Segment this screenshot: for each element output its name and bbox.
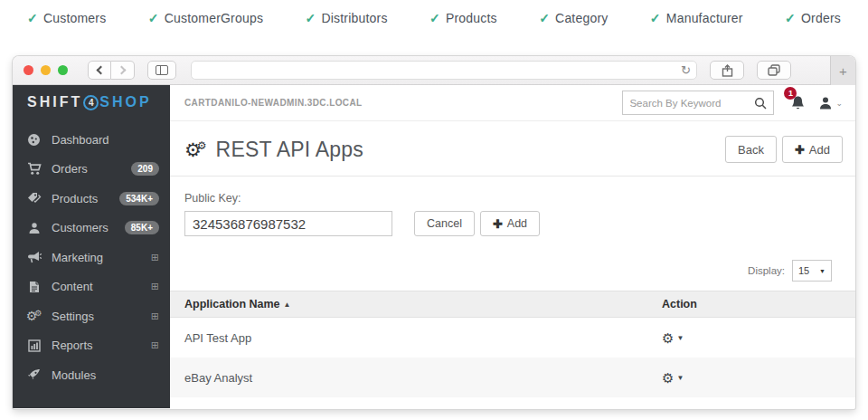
minimize-window-button[interactable] [41,65,51,75]
back-button[interactable]: Back [725,136,777,163]
display-label: Display: [748,265,785,276]
expand-icon[interactable]: ⊞ [151,339,159,351]
status-item-orders: ✓ Orders [785,11,841,25]
form-add-button-label: Add [507,217,527,230]
sidebar-item-label: Dashboard [52,133,159,147]
nav-buttons [88,61,135,80]
check-icon: ✓ [785,11,796,25]
column-label: Application Name [184,298,280,310]
add-button[interactable]: ✚Add [782,136,843,163]
cart-icon [26,162,42,176]
sidebar-toggle-button[interactable] [147,61,176,80]
status-item-customergroups: ✓ CustomerGroups [148,11,263,25]
browser-back-button[interactable] [88,61,111,80]
logo-4-icon: 4 [83,95,99,110]
status-label: Distributors [321,11,387,25]
sidebar-item-products[interactable]: Products 534K+ [13,184,170,214]
caret-down-icon[interactable]: ▼ [676,334,684,342]
close-window-button[interactable] [24,65,33,75]
bar-chart-icon [26,339,42,352]
status-item-distributors: ✓ Distributors [305,11,387,25]
public-key-input[interactable] [184,211,392,236]
share-icon [722,64,733,77]
sidebar-item-settings[interactable]: ⚙⚙ Settings ⊞ [13,301,170,331]
search-icon[interactable] [754,97,767,110]
display-controls: Display: 15 ▼ [170,236,855,291]
orders-count-badge: 209 [131,162,159,176]
zoom-window-button[interactable] [58,65,68,75]
sidebar-item-dashboard[interactable]: Dashboard [13,125,170,155]
app-name: API Test App [184,331,662,345]
tags-icon [26,192,42,205]
sidebar-item-label: Customers [52,221,125,234]
form-add-button[interactable]: ✚Add [480,211,540,236]
dashboard-icon [26,133,42,147]
expand-icon[interactable]: ⊞ [151,252,159,263]
shift4shop-logo: SHIFT4SHOP [13,85,170,119]
account-menu-button[interactable]: ⌄ [818,96,843,110]
gears-icon: ⚙⚙ [26,309,42,323]
rocket-icon [26,368,42,381]
public-key-form: Public Key: Cancel ✚Add [170,177,855,236]
expand-icon[interactable]: ⊞ [151,310,159,322]
sidebar-item-label: Marketing [52,251,151,264]
keyword-search [622,91,774,115]
sidebar-item-label: Reports [52,339,151,352]
admin-header: CARTDANILO-NEWADMIN.3DC.LOCAL 1 ⌄ [170,85,855,121]
row-actions-button[interactable]: ⚙ [662,371,674,385]
sort-asc-icon: ▲ [284,301,291,309]
sidebar-item-customers[interactable]: Customers 85K+ [13,214,170,243]
logo-text-shift: SHIFT [27,94,82,110]
window-controls [24,65,68,75]
status-label: Category [555,11,608,25]
status-label: CustomerGroups [165,11,263,25]
sidebar-menu: Dashboard Orders 209 Products 534K+ [13,119,170,390]
expand-icon[interactable]: ⊞ [151,281,159,292]
sidebar-item-modules[interactable]: Modules [13,360,170,390]
cancel-button[interactable]: Cancel [414,211,475,236]
chevron-right-icon [117,66,126,75]
display-count-select[interactable]: 15 ▼ [792,260,832,282]
address-bar[interactable]: ↻ [191,61,697,80]
share-button[interactable] [710,61,744,80]
status-item-customers: ✓ Customers [27,11,106,25]
check-icon: ✓ [27,11,38,25]
sidebar-item-orders[interactable]: Orders 209 [13,155,170,185]
row-actions-button[interactable]: ⚙ [662,331,674,345]
add-button-label: Add [809,143,830,157]
chevron-down-icon: ⌄ [835,99,843,108]
browser-forward-button[interactable] [111,61,135,80]
search-input[interactable] [629,98,754,109]
status-label: Products [446,11,497,25]
tab-overview-button[interactable] [757,61,791,80]
check-icon: ✓ [148,11,159,25]
cancel-button-label: Cancel [427,217,462,230]
store-domain: CARTDANILO-NEWADMIN.3DC.LOCAL [184,98,363,108]
check-icon: ✓ [429,11,440,25]
sidebar-item-label: Modules [52,368,159,382]
plus-icon: ✚ [795,143,805,157]
document-icon [26,281,42,293]
sidebar-item-reports[interactable]: Reports ⊞ [13,331,170,361]
table-row: API Test App ⚙ ▼ [170,318,855,358]
table-row: eBay Analyst ⚙ ▼ [170,358,855,397]
user-icon [26,222,42,234]
column-application-name[interactable]: Application Name ▲ [184,298,662,310]
back-button-label: Back [738,143,764,157]
sidebar-item-marketing[interactable]: Marketing ⊞ [13,243,170,272]
products-count-badge: 534K+ [119,192,159,205]
sidebar-item-content[interactable]: Content ⊞ [13,272,170,302]
reload-icon[interactable]: ↻ [681,64,691,76]
new-tab-button[interactable]: + [830,56,855,85]
notifications-button[interactable]: 1 [790,95,806,111]
column-action: Action [662,298,841,310]
export-status-bar: ✓ Customers ✓ CustomerGroups ✓ Distribut… [0,0,868,34]
app-name: eBay Analyst [184,371,662,385]
notification-count-badge: 1 [784,87,797,100]
check-icon: ✓ [305,11,316,25]
rest-api-apps-icon: ⚙⚙ [184,140,207,159]
sidebar-item-label: Settings [52,310,151,323]
sidebar-panel-icon [156,65,168,75]
status-label: Manufacturer [666,11,743,25]
caret-down-icon[interactable]: ▼ [676,374,684,382]
